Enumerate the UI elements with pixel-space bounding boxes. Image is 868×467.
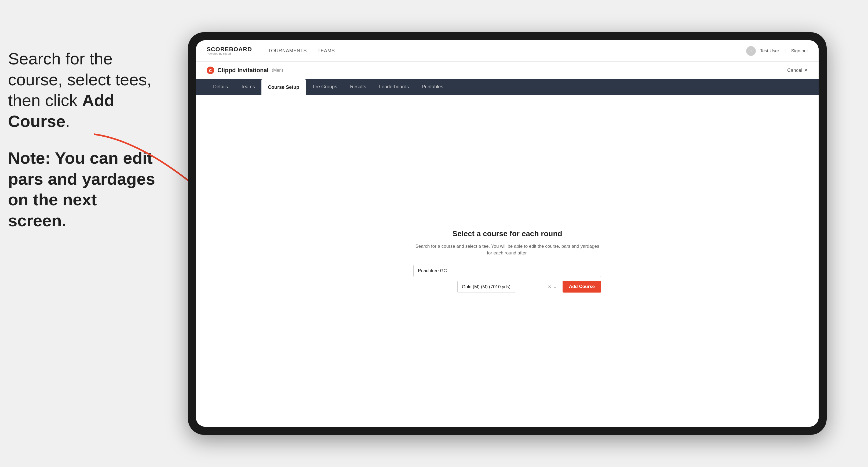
cancel-label: Cancel xyxy=(787,68,802,73)
cancel-button[interactable]: Cancel ✕ xyxy=(787,67,808,73)
tee-select-wrapper: Gold (M) (M) (7010 yds) ✕ ⌄ xyxy=(413,281,559,293)
nav-right: T Test User | Sign out xyxy=(746,46,808,56)
tab-results[interactable]: Results xyxy=(344,79,373,95)
tournament-tag: (Men) xyxy=(272,68,283,73)
tab-details[interactable]: Details xyxy=(207,79,234,95)
tee-select[interactable]: Gold (M) (M) (7010 yds) xyxy=(457,281,515,293)
logo-scoreboard: SCOREBOARD xyxy=(207,46,252,52)
tournament-title-row: C Clippd Invitational (Men) xyxy=(207,67,283,74)
instruction-note: Note: You can edit pars and yardages on … xyxy=(8,148,158,231)
tab-course-setup[interactable]: Course Setup xyxy=(261,79,306,95)
top-nav: SCOREBOARD Powered by clippd TOURNAMENTS… xyxy=(196,40,818,62)
card-title: Select a course for each round xyxy=(413,229,601,238)
nav-left: SCOREBOARD Powered by clippd TOURNAMENTS… xyxy=(207,46,335,55)
nav-link-teams[interactable]: TEAMS xyxy=(317,48,335,54)
instruction-main-text: Search for the course, select tees, then… xyxy=(8,48,158,131)
course-search-input[interactable] xyxy=(413,264,601,277)
tablet-device: SCOREBOARD Powered by clippd TOURNAMENTS… xyxy=(188,32,827,435)
sign-out-link[interactable]: Sign out xyxy=(791,48,808,54)
course-select-card: Select a course for each round Search fo… xyxy=(413,229,601,293)
tab-teams[interactable]: Teams xyxy=(234,79,261,95)
clippd-icon: C xyxy=(207,67,214,74)
add-course-button[interactable]: Add Course xyxy=(563,281,601,292)
user-name: Test User xyxy=(760,48,779,54)
tee-select-row: Gold (M) (M) (7010 yds) ✕ ⌄ Add Course xyxy=(413,281,601,293)
tab-tee-groups[interactable]: Tee Groups xyxy=(306,79,344,95)
nav-link-tournaments[interactable]: TOURNAMENTS xyxy=(268,48,307,54)
tablet-screen: SCOREBOARD Powered by clippd TOURNAMENTS… xyxy=(196,40,818,427)
tee-chevron-icon[interactable]: ⌄ xyxy=(553,284,557,289)
tee-clear-icon[interactable]: ✕ xyxy=(548,284,551,289)
card-subtitle: Search for a course and select a tee. Yo… xyxy=(413,243,601,257)
logo-subtitle: Powered by clippd xyxy=(207,52,252,55)
main-content: Select a course for each round Search fo… xyxy=(196,95,818,427)
user-avatar: T xyxy=(746,46,756,56)
tabs-bar: Details Teams Course Setup Tee Groups Re… xyxy=(196,79,818,95)
instruction-panel: Search for the course, select tees, then… xyxy=(8,48,158,231)
tab-printables[interactable]: Printables xyxy=(415,79,450,95)
cancel-x-icon: ✕ xyxy=(804,67,808,73)
logo-area: SCOREBOARD Powered by clippd xyxy=(207,46,252,55)
tab-leaderboards[interactable]: Leaderboards xyxy=(373,79,415,95)
tournament-header: C Clippd Invitational (Men) Cancel ✕ xyxy=(196,62,818,79)
nav-links: TOURNAMENTS TEAMS xyxy=(268,48,335,54)
nav-separator: | xyxy=(784,48,785,54)
tournament-name: Clippd Invitational xyxy=(217,67,269,74)
instruction-bold: Add Course xyxy=(8,91,114,130)
